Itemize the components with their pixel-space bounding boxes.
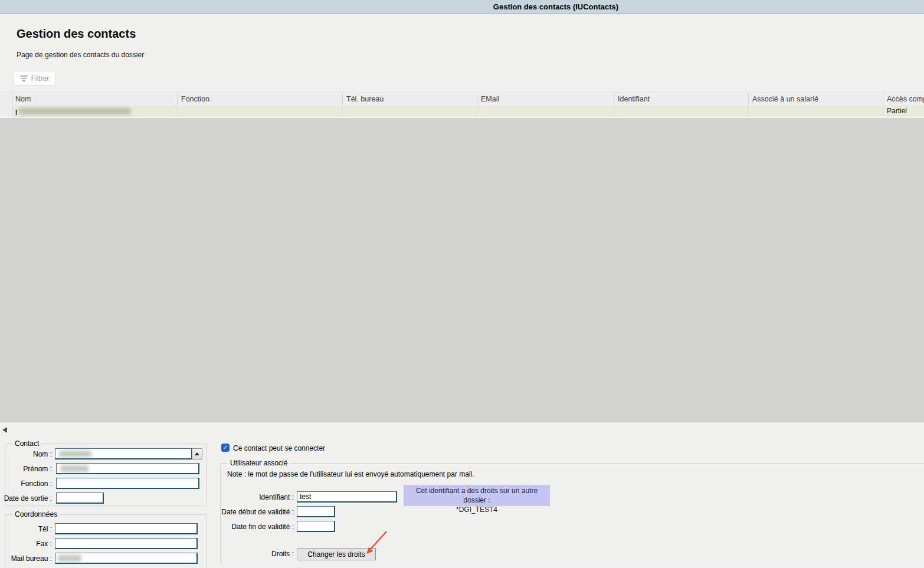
other-folder-rights-line2: *DGI_TEST4 xyxy=(404,505,550,514)
connect-checkbox[interactable]: ✓ xyxy=(221,444,230,452)
date-debut-field[interactable] xyxy=(297,506,335,517)
filter-button-label: Filtrer xyxy=(31,74,50,83)
table-row[interactable]: I Partiel xyxy=(0,106,924,117)
window-titlebar: Gestion des contacts (IUContacts) xyxy=(0,0,924,14)
column-header-nom[interactable]: Nom xyxy=(12,93,177,106)
filter-button[interactable]: Filtrer xyxy=(13,71,56,86)
password-note: Note : le mot de passe de l'utilisateur … xyxy=(227,470,474,478)
checkmark-icon: ✓ xyxy=(223,444,228,451)
fonction-field[interactable] xyxy=(56,478,199,489)
prenom-label: Prénom : xyxy=(0,465,52,473)
row-cell-identifiant xyxy=(614,106,748,117)
column-header-identifiant[interactable]: Identifiant xyxy=(614,93,748,106)
page-title: Gestion des contacts xyxy=(17,27,136,41)
fax-label: Fax : xyxy=(0,540,52,548)
row-name-prefix: I xyxy=(15,107,17,117)
contact-groupbox-legend: Contact xyxy=(12,439,41,448)
mail-bureau-label: Mail bureau : xyxy=(0,554,52,563)
other-folder-rights-notice: Cet identifiant a des droits sur un autr… xyxy=(404,485,550,506)
page-subtitle: Page de gestion des contacts du dossier xyxy=(17,51,144,59)
column-header-fonction[interactable]: Fonction xyxy=(177,93,342,106)
other-folder-rights-line1: Cet identifiant a des droits sur un autr… xyxy=(404,486,550,505)
row-name-redacted-blob xyxy=(19,108,131,114)
droits-label: Droits : xyxy=(220,550,294,558)
identifiant-label: Identifiant : xyxy=(220,493,294,501)
date-fin-field[interactable] xyxy=(297,521,335,532)
tel-field[interactable] xyxy=(55,523,198,534)
row-cell-associe-salarie xyxy=(748,106,883,117)
coordonnees-groupbox-legend: Coordonnées xyxy=(12,510,60,518)
mail-bureau-field[interactable] xyxy=(55,553,198,564)
row-cell-acces: Partiel xyxy=(883,106,924,117)
row-cell-nom: I xyxy=(12,106,177,117)
row-selector-cell[interactable] xyxy=(0,106,12,117)
column-header-acces[interactable]: Accès comp xyxy=(883,93,924,106)
changer-droits-button[interactable]: Changer les droits xyxy=(297,548,376,560)
row-selector-header-cell xyxy=(0,93,12,106)
connect-checkbox-label[interactable]: Ce contact peut se connecter xyxy=(233,444,325,452)
nom-field[interactable] xyxy=(55,448,192,459)
collapse-panel-icon[interactable] xyxy=(2,427,7,433)
prenom-redacted-blob xyxy=(60,465,89,472)
identifiant-field[interactable] xyxy=(297,491,397,503)
row-cell-tel-bureau xyxy=(342,106,477,117)
empty-grid-area xyxy=(0,118,924,422)
date-debut-label: Date début de validité : xyxy=(220,508,294,516)
contacts-table-header: Nom Fonction Tél. bureau EMail Identifia… xyxy=(0,92,924,106)
chevron-up-icon xyxy=(195,452,199,455)
date-sortie-field[interactable] xyxy=(56,493,104,504)
row-cell-fonction xyxy=(177,106,342,117)
row-cell-email xyxy=(477,106,614,117)
column-header-email[interactable]: EMail xyxy=(477,93,614,106)
column-header-tel-bureau[interactable]: Tél. bureau xyxy=(342,93,477,106)
utilisateur-associe-legend: Utilisateur associé xyxy=(228,459,290,467)
column-header-associe-salarie[interactable]: Associé à un salarié xyxy=(748,93,883,106)
fax-field[interactable] xyxy=(55,538,198,549)
date-sortie-label: Date de sortie : xyxy=(0,494,52,503)
mail-redacted-blob xyxy=(58,555,81,562)
prenom-field[interactable] xyxy=(56,463,199,474)
filter-icon xyxy=(20,75,28,81)
nom-redacted-blob xyxy=(59,451,91,457)
date-fin-label: Date fin de validité : xyxy=(220,523,294,531)
fonction-label: Fonction : xyxy=(0,480,52,488)
window-title: Gestion des contacts (IUContacts) xyxy=(493,2,618,11)
tel-label: Tél : xyxy=(0,525,52,533)
nom-spinner-button[interactable] xyxy=(192,448,202,459)
nom-label: Nom : xyxy=(0,450,52,458)
